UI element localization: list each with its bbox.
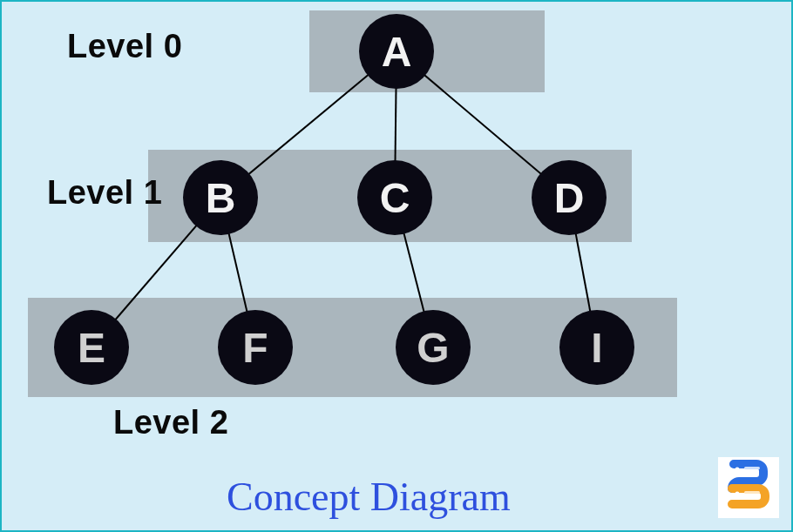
svg-rect-9 [744,467,760,469]
svg-rect-10 [744,491,760,494]
diagram-title: Concept Diagram [227,474,511,520]
node-a: A [359,14,434,89]
node-d: D [532,160,607,235]
level2-label: Level 2 [113,404,228,441]
svg-point-8 [735,492,740,496]
logo-icon [718,457,779,518]
level0-label: Level 0 [67,28,182,65]
node-label: A [382,28,412,76]
node-f: F [218,310,293,385]
node-label: B [206,174,236,222]
node-i: I [559,310,634,385]
node-label: D [554,174,585,222]
node-label: G [417,324,449,372]
level1-label: Level 1 [47,174,162,212]
node-c: C [357,160,432,235]
node-g: G [396,310,471,385]
node-label: E [78,324,105,372]
node-e: E [54,310,129,385]
node-label: F [242,324,268,372]
node-b: B [183,160,258,235]
svg-point-7 [735,468,740,472]
node-label: I [591,324,602,372]
node-label: C [380,174,410,222]
